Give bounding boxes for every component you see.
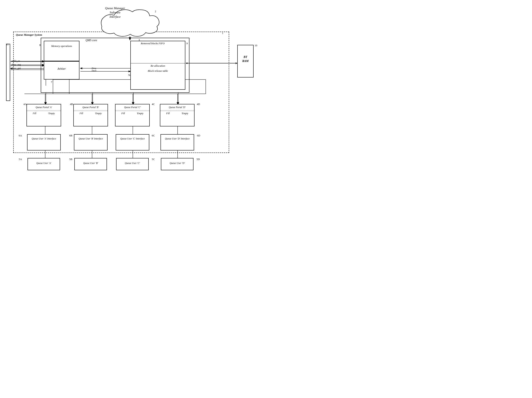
- portal-d-text: Queue Portal 'D': [160, 104, 194, 109]
- cloud-line3-text: Interface: [110, 15, 120, 18]
- arbiter-text: Arbiter: [46, 67, 77, 71]
- label-5b: 5B: [69, 158, 72, 161]
- portal-c-fill: Fill: [121, 112, 125, 115]
- portal-b-box: Queue Portal 'B' Fill 'Empty: [73, 104, 108, 126]
- portal-b-empty: 'Empty: [95, 112, 102, 115]
- portal-a-controls: Fill 'Empty: [27, 111, 61, 115]
- qms-core-label: QMS core: [86, 39, 97, 42]
- portal-d-box: Queue Portal 'D' Fill 'Empty: [160, 104, 195, 126]
- portal-a-empty: 'Empty: [48, 112, 55, 115]
- label-6d: 6D: [197, 134, 200, 137]
- label-5d: 5D: [196, 158, 200, 161]
- diagram: Queue Manager Software Interface 2 1 3 Q…: [0, 0, 266, 199]
- user-iface-d-box: Queue User 'D' Interface: [160, 134, 194, 150]
- proc-req-label: Proc_req: [12, 63, 21, 66]
- portal-c-controls: Fill 'Empty: [115, 111, 149, 115]
- bt-ram-text: BTRAM: [237, 55, 253, 63]
- portal-a-text: Queue Portal 'A': [27, 104, 61, 109]
- portal-b-controls: Fill 'Empty: [74, 111, 108, 115]
- dreq-dack-label: DreqDack: [92, 67, 96, 72]
- label-4b: 4B: [70, 103, 73, 106]
- realloc-label: Re-allocation: [132, 64, 183, 68]
- user-a-box: Queue User 'A': [27, 158, 60, 170]
- portal-c-box: Queue Portal 'C' Fill 'Empty: [115, 104, 150, 126]
- label-4c: 4C: [152, 103, 155, 106]
- label-6c: 6C: [152, 134, 155, 137]
- user-iface-c-box: Queue User 'C' Interface: [116, 134, 149, 150]
- portal-d-controls: Fill 'Empty: [160, 111, 194, 115]
- user-iface-b-text: Queue User 'B' Interface: [74, 135, 107, 140]
- portal-a-box: Queue Portal 'A' Fill 'Empty: [26, 104, 61, 126]
- user-c-box: Queue User 'C': [116, 158, 149, 170]
- block-release-text: Block release table: [132, 69, 183, 73]
- memory-ops-text: Memory operations: [46, 45, 77, 48]
- arbit-en-label: arbit_en: [12, 59, 20, 63]
- label-5a: 5A: [19, 158, 22, 161]
- portal-a-fill: Fill: [33, 112, 36, 115]
- label-6a: 6A: [19, 134, 22, 137]
- cloud-subtitle-text: Software: [110, 11, 120, 14]
- portal-b-fill: Fill: [80, 112, 83, 115]
- user-iface-d-text: Queue User 'D' Interface: [161, 135, 194, 140]
- label-4a: 4A: [23, 103, 27, 106]
- user-a-text: Queue User 'A': [28, 158, 60, 165]
- portal-c-empty: 'Empty: [137, 112, 143, 115]
- label-7: 7: [51, 80, 52, 84]
- user-d-box: Queue User 'D': [161, 158, 194, 170]
- qms-label: Queue Manager System: [16, 33, 42, 37]
- left-rect: [6, 44, 10, 101]
- label-8: 8: [39, 43, 41, 47]
- label-2: 2: [155, 10, 156, 13]
- memory-ops-box: [44, 41, 79, 61]
- label-11: 11: [6, 43, 9, 46]
- portal-d-empty: 'Empty: [182, 112, 188, 115]
- removed-blocks-text: Removed blocks FIFO: [132, 42, 173, 45]
- label-5c: 5C: [152, 158, 155, 161]
- label-9: 9: [186, 42, 188, 45]
- user-c-text: Queue User 'C': [116, 158, 148, 165]
- user-b-text: Queue User 'B': [75, 158, 107, 165]
- cloud-label: Queue Manager Software Interface: [93, 6, 138, 19]
- portal-b-text: Queue Portal 'B': [74, 104, 108, 109]
- label-10: 10: [255, 44, 257, 47]
- user-iface-a-text: Queue User 'A' Interface: [27, 135, 60, 140]
- label-4d: 4D: [197, 103, 200, 106]
- proc-gnt-label: Proc_gnt: [12, 67, 21, 70]
- user-iface-c-text: Queue User 'C' Interface: [116, 135, 149, 140]
- user-iface-a-box: Queue User 'A' Interface: [27, 134, 61, 150]
- svg-marker-34: [236, 62, 237, 64]
- label-6b: 6B: [69, 134, 72, 137]
- portal-d-fill: Fill: [166, 112, 170, 115]
- portal-c-text: Queue Portal 'C': [115, 104, 149, 109]
- user-d-text: Queue User 'D': [161, 158, 193, 165]
- user-b-box: Queue User 'B': [74, 158, 107, 170]
- cloud-title-text: Queue Manager: [105, 7, 125, 10]
- user-iface-b-box: Queue User 'B' Interface: [74, 134, 108, 150]
